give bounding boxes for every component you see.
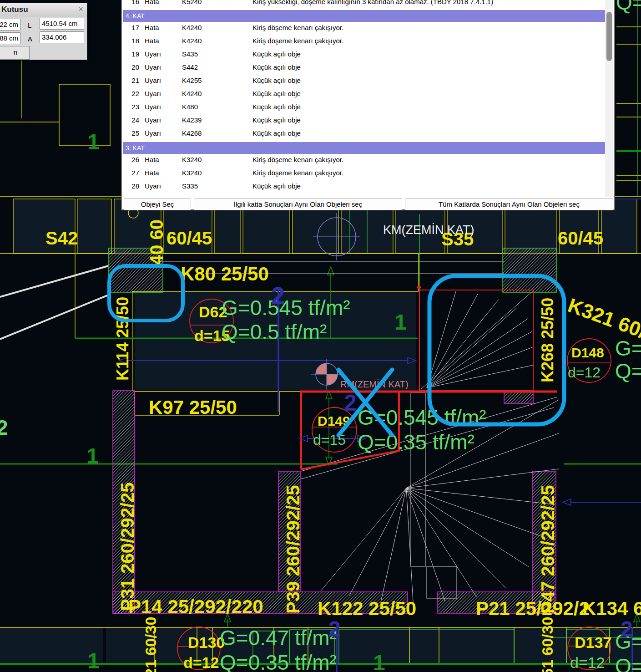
select-same-results-this-floor-button[interactable]: İlgili katta Sonuçları Aynı Olan Objeler…	[194, 199, 402, 210]
wall-p14	[113, 592, 408, 614]
table-row[interactable]: 20UyarıS442Küçük açılı obje	[122, 63, 603, 73]
table-row[interactable]: 24UyarıK4239Küçük açılı obje	[122, 116, 603, 126]
close-icon[interactable]: ×	[78, 5, 83, 14]
floor-header: 3. KAT	[123, 142, 605, 154]
a-field-label: A	[28, 35, 32, 43]
l-field-label: L	[28, 21, 31, 29]
table-row[interactable]: 17HataK4240Kiriş döşeme kenarı çakışıyor…	[122, 24, 603, 34]
l-value-field[interactable]: 4510.54 cm	[40, 18, 84, 30]
stair-upper	[421, 291, 533, 389]
wall-p39	[278, 471, 300, 592]
stair-lower	[301, 392, 559, 602]
length-field-partial[interactable]: .22 cm	[0, 19, 20, 31]
scrollbar[interactable]	[605, 0, 613, 197]
cad-viewport[interactable]: S42 40 60 60/45 S35 60/45 K80 25/50 K114…	[0, 0, 641, 672]
table-row[interactable]: 16HataK5240Kiriş yüksekliği, döşeme kalı…	[122, 0, 603, 8]
a-value-field[interactable]: 334.006	[40, 31, 84, 43]
bottom-slab-band	[106, 627, 641, 665]
column-hatch-right	[503, 248, 556, 292]
floor-header: 4. KAT	[123, 10, 605, 22]
wall-p31	[113, 391, 135, 614]
table-row[interactable]: 25UyarıK4268Küçük açılı obje	[122, 129, 603, 139]
error-list-dialog: 16HataK5240Kiriş yüksekliği, döşeme kalı…	[121, 0, 615, 210]
measure-dialog-button-partial[interactable]: n	[0, 46, 30, 60]
upper-slab	[135, 292, 416, 390]
table-row[interactable]: 28UyarıS335Küçük açılı obje	[122, 182, 603, 192]
table-row[interactable]: 19UyarıS435Küçük açılı obje	[122, 50, 603, 60]
width-field-partial[interactable]: 88 cm	[0, 32, 20, 44]
wall-p21	[438, 592, 554, 613]
scrollbar-thumb[interactable]	[606, 12, 612, 61]
table-row[interactable]: 18HataK4240Kiriş döşeme kenarı çakışıyor…	[122, 37, 603, 47]
select-same-results-all-floors-button[interactable]: Tüm Katlarda Sonuçları Aynı Olan Objeler…	[405, 199, 613, 210]
measure-dialog-title: Kutusu	[1, 5, 28, 14]
column-hatch-left	[108, 248, 163, 292]
measure-dialog: Kutusu × .22 cm L 4510.54 cm 88 cm A 334…	[0, 3, 87, 60]
measure-dialog-titlebar[interactable]: Kutusu ×	[0, 3, 87, 16]
table-row[interactable]: 22UyarıK4240Küçük açılı obje	[122, 90, 603, 100]
table-row[interactable]: 26HataK3240Kiriş döşeme kenarı çakışıyor…	[122, 156, 603, 166]
select-object-button[interactable]: Objeyi Seç	[124, 199, 191, 210]
table-row[interactable]: 21UyarıK4255Küçük açılı obje	[122, 76, 603, 87]
table-row[interactable]: 23UyarıK480Küçük açılı obje	[122, 103, 603, 113]
table-row[interactable]: 27HataK3240Kiriş döşeme kenarı çakışıyor…	[122, 169, 603, 179]
